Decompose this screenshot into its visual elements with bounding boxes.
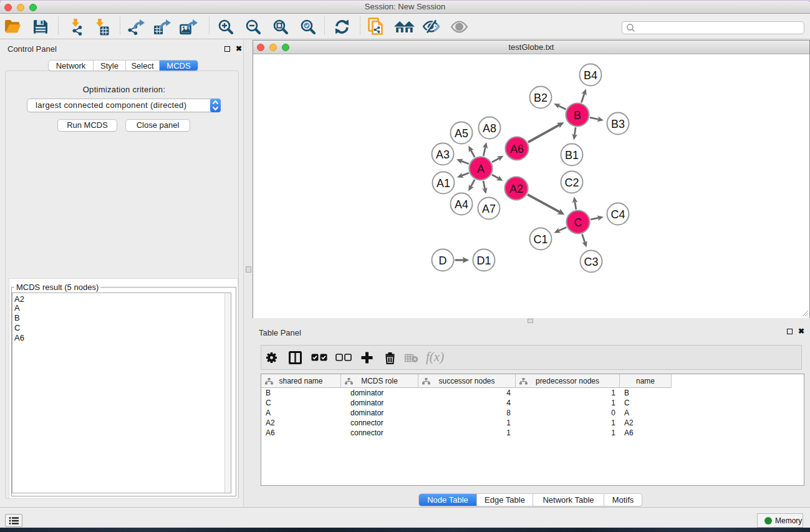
svg-text:D1: D1 bbox=[476, 254, 491, 267]
svg-text:A6: A6 bbox=[510, 143, 524, 155]
svg-text:A8: A8 bbox=[483, 122, 496, 135]
svg-text:B: B bbox=[574, 109, 581, 122]
svg-text:A1: A1 bbox=[436, 177, 450, 190]
svg-text:A: A bbox=[477, 163, 485, 175]
svg-text:A4: A4 bbox=[455, 198, 468, 211]
svg-text:A3: A3 bbox=[436, 148, 450, 161]
svg-text:B3: B3 bbox=[611, 118, 625, 130]
svg-text:C2: C2 bbox=[564, 177, 579, 189]
svg-text:C: C bbox=[574, 216, 582, 229]
svg-text:C4: C4 bbox=[610, 208, 625, 221]
svg-text:B4: B4 bbox=[584, 69, 597, 82]
svg-text:A7: A7 bbox=[482, 203, 496, 215]
svg-text:C1: C1 bbox=[533, 233, 547, 246]
svg-text:B2: B2 bbox=[534, 92, 547, 104]
svg-text:D: D bbox=[439, 254, 447, 267]
svg-text:B1: B1 bbox=[565, 149, 579, 162]
svg-text:A5: A5 bbox=[455, 127, 468, 140]
svg-text:A2: A2 bbox=[509, 183, 523, 195]
svg-text:C3: C3 bbox=[584, 256, 598, 268]
